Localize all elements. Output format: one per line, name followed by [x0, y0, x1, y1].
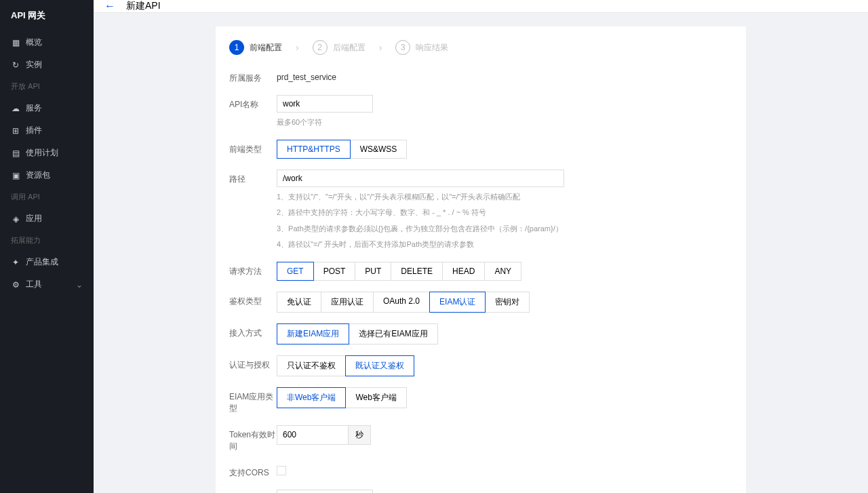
app-icon: ◈ — [11, 214, 20, 224]
sidebar-item-overview[interactable]: ▦ 概览 — [0, 31, 94, 54]
token-label: Token有效时间 — [229, 425, 277, 452]
sidebar-item-tool[interactable]: ⚙ 工具 ⌄ — [0, 273, 94, 296]
access-label: 接入方式 — [229, 323, 277, 344]
eiam-nonweb[interactable]: 非Web客户端 — [277, 387, 346, 408]
main: ← 新建API 1 前端配置 › 2 后端配置 › 3 响应结果 — [94, 0, 868, 493]
auth-key[interactable]: 密钥对 — [485, 292, 530, 313]
method-head[interactable]: HEAD — [442, 262, 485, 281]
sidebar-item-label: 概览 — [26, 37, 42, 48]
auth-app[interactable]: 应用认证 — [321, 292, 374, 313]
method-get[interactable]: GET — [277, 262, 314, 281]
method-put[interactable]: PUT — [355, 262, 391, 281]
method-label: 请求方法 — [229, 262, 277, 281]
sidebar-item-instance[interactable]: ↻ 实例 — [0, 54, 94, 76]
auth-none[interactable]: 免认证 — [277, 292, 321, 313]
token-unit: 秒 — [349, 425, 371, 445]
service-value: prd_test_service — [277, 68, 732, 84]
authz-group: 只认证不鉴权 既认证又鉴权 — [277, 355, 732, 376]
tool-icon: ⚙ — [11, 280, 20, 290]
sidebar-item-label: 工具 — [26, 279, 42, 290]
form-card: 1 前端配置 › 2 后端配置 › 3 响应结果 所属服务 prd_test_s… — [216, 26, 746, 493]
access-new[interactable]: 新建EIAM应用 — [277, 323, 349, 344]
path-label: 路径 — [229, 170, 277, 251]
step-label: 响应结果 — [416, 42, 448, 54]
front-type-label: 前端类型 — [229, 140, 277, 159]
sidebar-category: 调用 API — [0, 186, 94, 208]
refresh-icon: ↻ — [11, 60, 20, 70]
sidebar-item-label: 产品集成 — [26, 256, 58, 268]
front-type-ws[interactable]: WS&WSS — [350, 140, 408, 159]
path-hint-3: 3、Path类型的请求参数必须以{}包裹，作为独立部分包含在路径中（示例：/{p… — [277, 223, 732, 235]
step-3[interactable]: 3 响应结果 — [395, 40, 448, 55]
sidebar-item-plan[interactable]: ▤ 使用计划 — [0, 142, 94, 164]
step-label: 后端配置 — [333, 42, 366, 54]
sidebar-item-label: 应用 — [26, 213, 42, 224]
eiam-web[interactable]: Web客户端 — [345, 387, 406, 408]
sidebar-title: API 网关 — [0, 0, 94, 31]
method-group: GET POST PUT DELETE HEAD ANY — [277, 262, 732, 281]
authz-only[interactable]: 只认证不鉴权 — [277, 355, 346, 376]
topbar: ← 新建API — [94, 0, 868, 13]
auth-oauth[interactable]: OAuth 2.0 — [373, 292, 430, 313]
step-label: 前端配置 — [250, 42, 282, 54]
step-1[interactable]: 1 前端配置 — [229, 40, 282, 55]
auth-group: 免认证 应用认证 OAuth 2.0 EIAM认证 密钥对 — [277, 292, 732, 313]
path-hint-4: 4、路径以"=/" 开头时，后面不支持添加Path类型的请求参数 — [277, 239, 732, 251]
token-input[interactable] — [277, 425, 349, 445]
sidebar-item-plugin[interactable]: ⊞ 插件 — [0, 119, 94, 142]
chevron-down-icon: ⌄ — [76, 280, 83, 290]
method-any[interactable]: ANY — [484, 262, 521, 281]
api-name-input[interactable] — [277, 95, 373, 113]
auth-label: 鉴权类型 — [229, 292, 277, 313]
step-number: 1 — [229, 40, 244, 55]
package-icon: ▣ — [11, 171, 20, 180]
step-number: 2 — [313, 40, 328, 55]
grid-icon: ▦ — [11, 38, 20, 47]
sidebar-item-service[interactable]: ☁ 服务 — [0, 97, 94, 119]
auth-eiam[interactable]: EIAM认证 — [429, 292, 486, 313]
front-type-http[interactable]: HTTP&HTTPS — [277, 140, 351, 159]
method-delete[interactable]: DELETE — [391, 262, 443, 281]
api-name-label: API名称 — [229, 95, 277, 129]
cors-checkbox[interactable] — [277, 466, 286, 475]
cloud-icon: ☁ — [11, 104, 20, 113]
sidebar-item-label: 插件 — [26, 125, 42, 136]
sidebar-item-product[interactable]: ✦ 产品集成 — [0, 251, 94, 273]
remark-textarea[interactable] — [277, 490, 373, 493]
content: 1 前端配置 › 2 后端配置 › 3 响应结果 所属服务 prd_test_s… — [94, 13, 868, 493]
sidebar-category: 拓展能力 — [0, 230, 94, 251]
chevron-right-icon: › — [379, 42, 382, 53]
access-existing[interactable]: 选择已有EIAM应用 — [349, 323, 437, 344]
path-input[interactable] — [277, 170, 564, 187]
product-icon: ✦ — [11, 258, 20, 267]
service-label: 所属服务 — [229, 68, 277, 84]
sidebar-item-app[interactable]: ◈ 应用 — [0, 208, 94, 230]
authz-both[interactable]: 既认证又鉴权 — [345, 355, 414, 376]
path-hint-2: 2、路径中支持的字符：大小写字母、数字、和 - _ * . / ~ % 符号 — [277, 207, 732, 219]
authz-label: 认证与授权 — [229, 355, 277, 376]
eiam-type-label: EIAM应用类型 — [229, 387, 277, 414]
step-2[interactable]: 2 后端配置 — [313, 40, 366, 55]
access-group: 新建EIAM应用 选择已有EIAM应用 — [277, 323, 732, 344]
chevron-right-icon: › — [296, 42, 299, 53]
sidebar-category: 开放 API — [0, 76, 94, 97]
sidebar-item-package[interactable]: ▣ 资源包 — [0, 164, 94, 186]
plugin-icon: ⊞ — [11, 126, 20, 136]
path-hint-1: 1、支持以"/"、"=/"开头，以"/"开头表示模糊匹配，以"=/"开头表示精确… — [277, 191, 732, 203]
cors-label: 支持CORS — [229, 463, 277, 479]
eiam-type-group: 非Web客户端 Web客户端 — [277, 387, 732, 408]
sidebar-item-label: 服务 — [26, 102, 42, 114]
sidebar-item-label: 使用计划 — [26, 147, 58, 159]
page-title: 新建API — [126, 0, 161, 12]
api-name-hint: 最多60个字符 — [277, 117, 732, 129]
sidebar: API 网关 ▦ 概览 ↻ 实例 开放 API ☁ 服务 ⊞ 插件 ▤ 使用计划… — [0, 0, 94, 493]
sidebar-item-label: 实例 — [26, 59, 42, 71]
plan-icon: ▤ — [11, 149, 20, 158]
front-type-group: HTTP&HTTPS WS&WSS — [277, 140, 732, 159]
remark-label: 备注 — [229, 490, 277, 493]
method-post[interactable]: POST — [313, 262, 356, 281]
back-button[interactable]: ← — [104, 0, 115, 12]
steps: 1 前端配置 › 2 后端配置 › 3 响应结果 — [229, 40, 732, 55]
sidebar-item-label: 资源包 — [26, 170, 50, 181]
step-number: 3 — [395, 40, 410, 55]
